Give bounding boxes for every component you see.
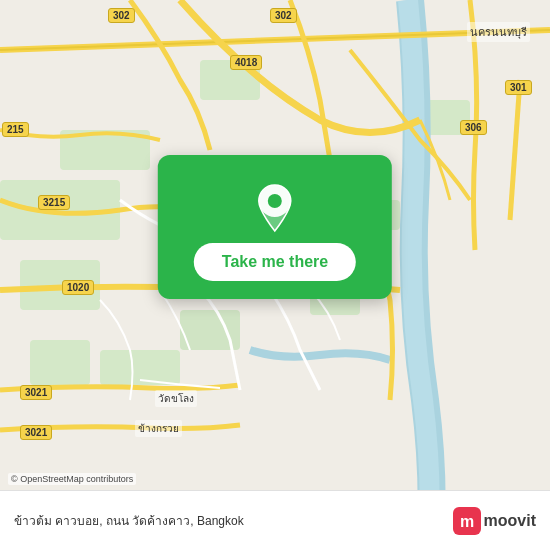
- label-3215: 3215: [38, 195, 70, 210]
- svg-rect-6: [30, 340, 90, 385]
- label-4018: 4018: [230, 55, 262, 70]
- moovit-logo: m moovit: [453, 507, 536, 535]
- place-nakhon: นครนนทบุรี: [467, 22, 530, 42]
- moovit-wordmark: moovit: [484, 512, 536, 530]
- svg-point-14: [268, 194, 282, 208]
- place-wat: วัดขโลง: [155, 390, 197, 407]
- location-pin-icon: [255, 183, 295, 233]
- label-301: 301: [505, 80, 532, 95]
- label-215: 215: [2, 122, 29, 137]
- svg-rect-5: [100, 350, 180, 385]
- osm-attribution: © OpenStreetMap contributors: [8, 473, 136, 485]
- label-302-right: 302: [270, 8, 297, 23]
- take-me-there-button[interactable]: Take me there: [194, 243, 356, 281]
- label-306: 306: [460, 120, 487, 135]
- label-3021-bottom-left: 3021: [20, 385, 52, 400]
- location-text: ข้าวต้ม คาวบอย, ถนน วัดค้างคาว, Bangkok: [14, 511, 453, 530]
- bottom-bar: ข้าวต้ม คาวบอย, ถนน วัดค้างคาว, Bangkok …: [0, 490, 550, 550]
- green-card: Take me there: [158, 155, 392, 299]
- label-3021-bottom-mid: 3021: [20, 425, 52, 440]
- moovit-icon: m: [453, 507, 481, 535]
- place-ya: ข้างกรวย: [135, 420, 182, 437]
- label-1020-left: 1020: [62, 280, 94, 295]
- svg-text:m: m: [459, 513, 473, 530]
- take-me-there-container: Take me there: [158, 155, 392, 299]
- map-container: 302 302 4018 3215 1020 1020 3021 3021 30…: [0, 0, 550, 550]
- label-302-left: 302: [108, 8, 135, 23]
